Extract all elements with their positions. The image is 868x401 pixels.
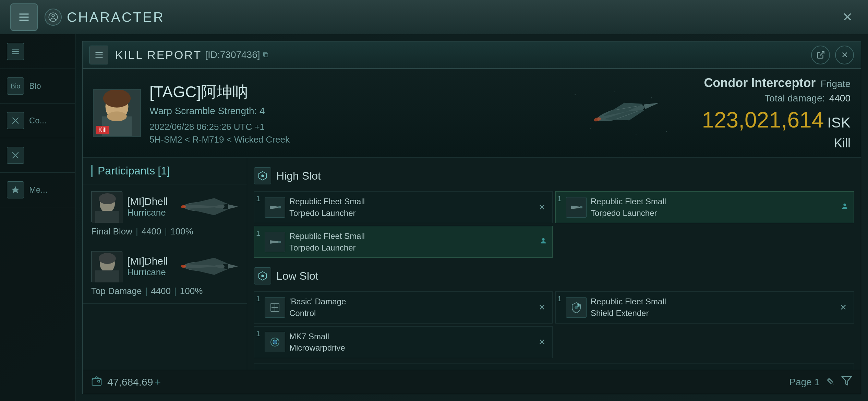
high-slot-title: High Slot: [276, 170, 321, 182]
total-damage-label: Total damage:: [764, 93, 825, 104]
low-slot-grid: 1 'Basic' DamageControl ✕: [254, 291, 854, 358]
final-blow-badge: Final Blow: [91, 226, 132, 237]
app-close-button[interactable]: ✕: [837, 7, 858, 27]
svg-point-40: [99, 193, 116, 204]
sidebar-item-menu[interactable]: [0, 34, 75, 69]
svg-rect-65: [278, 241, 281, 243]
sidebar-me-icon: [7, 181, 24, 198]
sidebar-item-weapons[interactable]: [0, 138, 75, 173]
svg-rect-48: [95, 270, 119, 282]
low-slot-header: Low Slot: [254, 265, 854, 287]
menu-button[interactable]: [10, 3, 38, 31]
svg-marker-12: [12, 186, 19, 193]
equip-low-close-3[interactable]: ✕: [537, 336, 547, 349]
svg-point-4: [52, 14, 55, 17]
equip-icon-2: [566, 197, 587, 218]
modal-header: KILL REPORT [ID:7307436] ⧉: [83, 41, 861, 69]
outcome-label: Kill: [702, 136, 851, 150]
participant-2-ship-img: [170, 253, 238, 280]
kill-badge: Kill: [96, 126, 109, 134]
participant-1-details: [MI]Dhell Hurricane: [127, 196, 168, 218]
sidebar-item-combat[interactable]: Co...: [0, 104, 75, 138]
participant-item-1: [MI]Dhell Hurricane: [83, 184, 247, 244]
character-banner: Kill [TAGC]阿坤呐 Warp Scramble Strength: 4…: [83, 69, 861, 158]
modal-footer: 47,684.69 + Page 1 ✎: [83, 370, 861, 394]
sidebar-item-me[interactable]: Me...: [0, 173, 75, 207]
low-slot-icon: [254, 267, 271, 284]
export-button[interactable]: [811, 46, 830, 64]
participants-panel: Participants [1]: [83, 158, 247, 370]
modal-id: [ID:7307436]: [205, 49, 260, 60]
equip-low-name-1: 'Basic' DamageControl: [289, 296, 346, 319]
equip-name-2: Republic Fleet SmallTorpedo Launcher: [591, 196, 666, 219]
main-content: ...nted ...nted KILL REPORT [ID:7307436]…: [75, 34, 868, 401]
equip-low-close-1[interactable]: ✕: [537, 301, 547, 314]
low-slot-section: Low Slot 1: [254, 265, 854, 358]
participant-1-stats: Final Blow | 4400 | 100%: [91, 226, 238, 237]
equip-high-1: 1 Republic Fleet SmallTorpedo Launcher ✕: [254, 191, 553, 223]
svg-marker-42: [187, 198, 228, 206]
svg-rect-39: [95, 211, 119, 223]
footer-edit-button[interactable]: ✎: [827, 376, 834, 388]
participant-2-percent: 100%: [180, 286, 203, 296]
character-icon: [45, 9, 62, 26]
svg-marker-53: [228, 264, 238, 269]
participant-2-ship: Hurricane: [127, 267, 168, 278]
equip-low-num-2: 1: [557, 294, 562, 303]
svg-point-49: [99, 253, 116, 264]
equip-high-2: 1 Republic Fleet SmallTorpedo Launcher: [555, 191, 854, 223]
svg-marker-44: [228, 204, 238, 209]
svg-rect-58: [278, 206, 281, 208]
high-slot-header: High Slot: [254, 165, 854, 187]
equip-num-2: 1: [557, 194, 562, 203]
app-title: CHARACTER: [67, 10, 165, 25]
participant-2-name: [MI]Dhell: [127, 255, 168, 267]
footer-right: Page 1 ✎: [789, 375, 852, 389]
footer-filter-button[interactable]: [841, 375, 852, 389]
modal-close-button[interactable]: [835, 46, 854, 64]
isk-value: 123,021,614: [702, 107, 824, 133]
high-slot-grid: 1 Republic Fleet SmallTorpedo Launcher ✕: [254, 191, 854, 258]
modal-menu-button[interactable]: [89, 46, 108, 64]
equip-name-1: Republic Fleet SmallTorpedo Launcher: [289, 196, 365, 219]
svg-point-66: [542, 238, 544, 241]
equip-num-1: 1: [256, 194, 260, 203]
participant-2-portrait: [91, 251, 122, 282]
ship-class: Condor Interceptor: [704, 76, 816, 90]
participant-item-2: [MI]Dhell Hurricane: [83, 244, 247, 304]
ship-display: [552, 86, 689, 141]
high-slot-icon: [254, 167, 271, 184]
equip-close-1[interactable]: ✕: [537, 201, 547, 214]
participant-1-portrait: [91, 191, 122, 222]
participants-title: Participants: [98, 165, 155, 177]
equip-low-name-2: Republic Fleet SmallShield Extender: [591, 296, 666, 319]
footer-wallet-value: 47,684.69: [107, 376, 153, 388]
svg-point-23: [107, 111, 126, 121]
equip-low-num-3: 1: [256, 329, 260, 338]
participant-2-details: [MI]Dhell Hurricane: [127, 255, 168, 278]
participant-1-ship: Hurricane: [127, 207, 168, 218]
participant-2-stats: Top Damage | 4400 | 100%: [91, 286, 238, 296]
participant-2-top: [MI]Dhell Hurricane: [91, 251, 238, 282]
equip-low-close-2[interactable]: ✕: [838, 301, 848, 314]
svg-point-36: [636, 134, 637, 135]
svg-marker-43: [187, 207, 228, 215]
footer-page: Page 1: [789, 377, 820, 388]
top-damage-badge: Top Damage: [91, 286, 142, 296]
participants-header: Participants [1]: [83, 158, 247, 184]
sidebar-weapons-icon: [7, 147, 24, 164]
equip-high-3: 1 Republic Fleet SmallTorpedo Launcher: [254, 226, 553, 258]
participant-1-percent: 100%: [170, 226, 193, 237]
svg-marker-52: [187, 267, 228, 275]
equipment-panel: High Slot 1: [247, 158, 861, 370]
footer-plus-icon: +: [155, 376, 161, 388]
content-area: Participants [1]: [83, 158, 861, 370]
svg-point-54: [181, 265, 186, 268]
participants-bar-accent: [91, 165, 93, 177]
equip-person-2: [841, 203, 848, 212]
sidebar-item-bio[interactable]: Bio Bio: [0, 69, 75, 104]
svg-point-55: [261, 174, 264, 177]
copy-id-button[interactable]: ⧉: [263, 50, 268, 59]
svg-marker-51: [187, 258, 228, 266]
character-portrait: Kill: [93, 89, 141, 137]
